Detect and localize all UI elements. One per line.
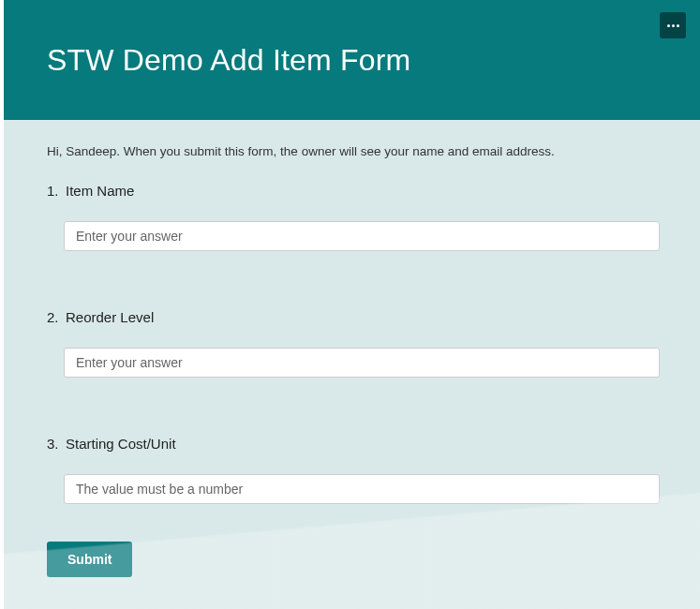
item-name-input[interactable] xyxy=(64,221,660,251)
question-starting-cost: 3. Starting Cost/Unit xyxy=(47,436,657,504)
form-header: STW Demo Add Item Form xyxy=(4,0,700,120)
question-text: Item Name xyxy=(66,183,134,199)
question-label: 3. Starting Cost/Unit xyxy=(47,436,657,452)
intro-text: Hi, Sandeep. When you submit this form, … xyxy=(4,120,700,158)
ellipsis-icon xyxy=(667,24,679,27)
question-number: 1. xyxy=(47,183,60,199)
question-number: 3. xyxy=(47,436,60,452)
form-title: STW Demo Add Item Form xyxy=(47,43,410,78)
question-label: 2. Reorder Level xyxy=(47,309,657,325)
reorder-level-input[interactable] xyxy=(64,348,660,378)
starting-cost-input[interactable] xyxy=(64,474,660,504)
more-options-button[interactable] xyxy=(660,12,686,38)
question-text: Reorder Level xyxy=(66,309,154,325)
question-text: Starting Cost/Unit xyxy=(66,436,176,452)
question-label: 1. Item Name xyxy=(47,183,657,199)
submit-button[interactable]: Submit xyxy=(47,542,132,577)
questions-section: 1. Item Name 2. Reorder Level 3. Startin… xyxy=(4,158,700,504)
question-number: 2. xyxy=(47,309,60,325)
question-item-name: 1. Item Name xyxy=(47,183,657,251)
question-reorder-level: 2. Reorder Level xyxy=(47,309,657,378)
